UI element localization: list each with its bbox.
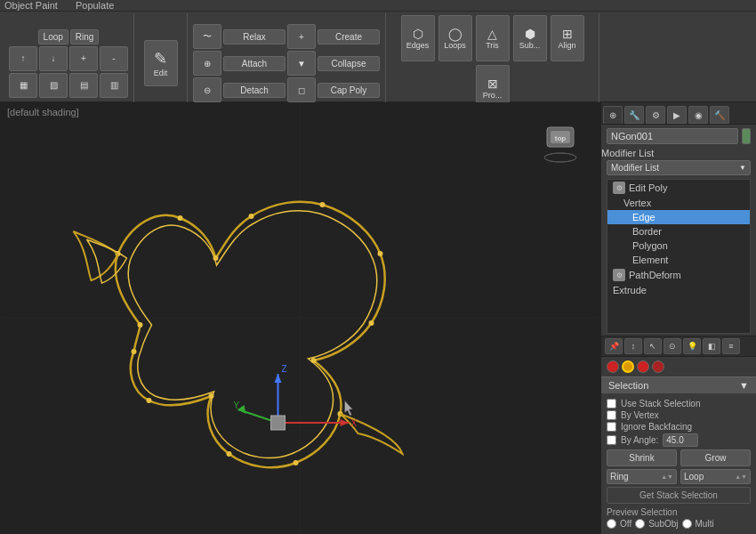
- svg-point-32: [544, 153, 576, 162]
- svg-point-14: [147, 398, 152, 403]
- edit-button[interactable]: ✎ Edit: [144, 40, 178, 86]
- svg-text:top: top: [555, 134, 567, 142]
- object-name-row: [601, 125, 756, 148]
- stack-item-extrude[interactable]: Extrude: [607, 283, 750, 297]
- property-tabs: 📌 ↕ ↖ ⊙ 💡 ◧ ≡: [601, 336, 756, 357]
- stack-item-vertex[interactable]: Vertex: [607, 196, 750, 210]
- modifier-list-dropdown[interactable]: Modifier List: [607, 160, 751, 175]
- cap-poly-icon[interactable]: ◻: [287, 77, 316, 102]
- stack-item-polygon[interactable]: Polygon: [607, 239, 750, 253]
- shrink-button[interactable]: Shrink: [607, 449, 677, 466]
- grid-icon[interactable]: ▤: [69, 73, 98, 98]
- object-paint-tab[interactable]: Object Paint: [4, 0, 58, 11]
- loop-select[interactable]: Loop: [680, 469, 751, 484]
- multi-radio[interactable]: [682, 519, 692, 529]
- viewport-label: [default shading]: [7, 107, 79, 117]
- svg-point-3: [138, 322, 143, 328]
- align-button[interactable]: ⊞ Align: [551, 15, 584, 61]
- collapse-button[interactable]: Collapse: [318, 56, 380, 71]
- object-color-swatch[interactable]: [742, 128, 751, 144]
- prop-tab-target[interactable]: ⊙: [664, 338, 681, 354]
- off-radio[interactable]: [607, 519, 616, 529]
- preview-selection-label: Preview Selection: [607, 507, 751, 517]
- cmd-tab-modify[interactable]: 🔧: [624, 106, 644, 124]
- loop-button[interactable]: Loop: [38, 29, 68, 44]
- modifier-list-label: Modifier List: [601, 148, 756, 158]
- svg-point-15: [132, 349, 137, 354]
- viewport[interactable]: [default shading]: [0, 102, 600, 534]
- relax-icon[interactable]: 〜: [193, 24, 221, 49]
- svg-point-12: [227, 451, 232, 457]
- stack-item-border[interactable]: Border: [607, 224, 750, 239]
- cmd-tab-display[interactable]: ◉: [688, 106, 708, 124]
- orientation-gizmo[interactable]: top: [538, 120, 583, 165]
- ring-button[interactable]: Ring: [70, 29, 100, 44]
- populate-tab[interactable]: Populate: [76, 0, 114, 11]
- main-area: [default shading]: [0, 102, 756, 534]
- cmd-tab-hierarchy[interactable]: ⚙: [646, 106, 665, 124]
- prop-tab-options[interactable]: ≡: [722, 338, 740, 354]
- by-angle-checkbox[interactable]: [607, 435, 616, 445]
- use-stack-checkbox[interactable]: [607, 399, 616, 409]
- prop-tab-pin[interactable]: 📌: [605, 338, 623, 354]
- attach-button[interactable]: Attach: [223, 56, 286, 71]
- cmd-tab-motion[interactable]: ▶: [667, 106, 687, 124]
- lines-icon[interactable]: ▥: [100, 73, 128, 98]
- object-name-input[interactable]: [607, 128, 738, 144]
- loops-button[interactable]: ◯ Loops: [438, 15, 472, 61]
- viewport-scene: X Y Z: [0, 102, 600, 534]
- plus-icon[interactable]: +: [69, 46, 98, 71]
- selection-panel-content: Use Stack Selection By Vertex Ignore Bac…: [601, 393, 756, 534]
- detach-icon[interactable]: ⊖: [193, 77, 221, 102]
- ring-select[interactable]: Ring: [607, 469, 677, 484]
- stack-icon-pathdeform: ⚙: [613, 269, 625, 281]
- color-dot-yellow-active[interactable]: [622, 360, 634, 373]
- attach-icon[interactable]: ⊕: [193, 51, 221, 76]
- cap-poly-button[interactable]: Cap Poly: [318, 83, 380, 98]
- color-dot-dark-red[interactable]: [652, 360, 664, 373]
- stack-icon-edit-poly: ⚙: [613, 182, 625, 194]
- cmd-tab-create[interactable]: ⊕: [603, 106, 623, 124]
- collapse-icon[interactable]: ▼: [287, 51, 316, 76]
- tools-icons-section: ⬡ Edges ◯ Loops △ Tris ⬢ Sub... ⊞ Align …: [386, 13, 599, 113]
- relax-button[interactable]: Relax: [223, 29, 286, 44]
- by-angle-input[interactable]: [663, 433, 698, 447]
- create-icon[interactable]: +: [287, 24, 316, 49]
- stack-item-pathdeform[interactable]: ⚙ PathDeform: [607, 267, 750, 283]
- edit-section: ✎ Edit: [134, 13, 188, 113]
- subobj-radio[interactable]: [635, 519, 645, 529]
- shrink-icon[interactable]: ↓: [39, 46, 68, 71]
- svg-point-13: [209, 393, 214, 399]
- remove-icon[interactable]: ▨: [39, 73, 68, 98]
- edges-button[interactable]: ⬡ Edges: [401, 15, 435, 61]
- loop-ring-section: Loop Ring ↑ ↓ + - ▦ ▨ ▤ ▥: [4, 13, 134, 113]
- stack-item-edge[interactable]: Edge: [607, 210, 750, 224]
- right-panel: ⊕ 🔧 ⚙ ▶ ◉ 🔨 Modifier List Modifier List …: [600, 102, 756, 534]
- toolbar-main-row: Loop Ring ↑ ↓ + - ▦ ▨ ▤ ▥ ✎ Edit: [0, 12, 756, 115]
- cmd-tab-utilities[interactable]: 🔨: [710, 106, 729, 124]
- prop-tab-light[interactable]: 💡: [683, 338, 701, 354]
- ignore-backfacing-checkbox[interactable]: [607, 422, 616, 432]
- minus-icon[interactable]: -: [100, 46, 128, 71]
- detach-button[interactable]: Detach: [223, 83, 286, 98]
- create-button[interactable]: Create: [318, 29, 380, 44]
- color-dot-red[interactable]: [607, 360, 619, 373]
- by-vertex-checkbox[interactable]: [607, 410, 616, 420]
- get-stack-btn[interactable]: Get Stack Selection: [607, 487, 751, 504]
- add-icon[interactable]: ▦: [9, 73, 37, 98]
- tris-button[interactable]: △ Tris: [476, 15, 510, 61]
- ring-loop-row: Ring Loop: [607, 469, 751, 484]
- prop-tab-arrow[interactable]: ↕: [624, 338, 642, 354]
- sub-button[interactable]: ⬢ Sub...: [513, 15, 547, 61]
- color-dot-red2[interactable]: [637, 360, 649, 373]
- grow-icon[interactable]: ↑: [9, 46, 37, 71]
- stack-item-edit-poly[interactable]: ⚙ Edit Poly: [607, 180, 750, 196]
- prop-tab-cursor[interactable]: ↖: [644, 338, 662, 354]
- prop-tab-camera[interactable]: ◧: [703, 338, 720, 354]
- svg-point-5: [249, 214, 254, 219]
- stack-item-element[interactable]: Element: [607, 253, 750, 267]
- selection-panel-title[interactable]: Selection ▼: [601, 376, 756, 393]
- grow-button[interactable]: Grow: [680, 449, 751, 466]
- toolbar-top-row: Object Paint Populate: [0, 0, 756, 12]
- svg-point-4: [178, 215, 183, 221]
